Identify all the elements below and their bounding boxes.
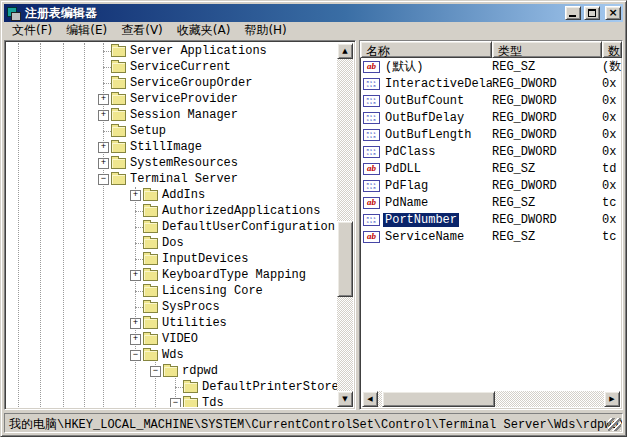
resize-grip[interactable] — [608, 418, 621, 431]
tree-item[interactable]: +AddIns — [7, 187, 337, 203]
values-pane: 名称类型数 ab(默认)REG_SZ(数011110InteractiveDel… — [359, 40, 623, 410]
expand-icon[interactable]: + — [98, 110, 109, 121]
tree-item[interactable]: −Wds — [7, 347, 337, 363]
registry-value-row[interactable]: 011110PortNumberREG_DWORD0x — [360, 211, 622, 228]
tree-item[interactable]: SysProcs — [7, 299, 337, 315]
value-name-cell: 011110OutBufDelay — [360, 111, 492, 125]
tree-item[interactable]: +KeyboardType Mapping — [7, 267, 337, 283]
collapse-icon[interactable]: − — [130, 350, 141, 361]
tree-item[interactable]: Licensing Core — [7, 283, 337, 299]
tree-item[interactable]: ServiceGroupOrder — [7, 75, 337, 91]
minimize-button[interactable] — [565, 6, 581, 20]
tree-item-label: Utilities — [162, 316, 227, 330]
tree-item[interactable]: +ServiceProvider — [7, 91, 337, 107]
tree-item-label: Wds — [162, 348, 184, 362]
folder-icon — [111, 174, 126, 185]
expand-icon[interactable]: + — [130, 270, 141, 281]
menu-item-file[interactable]: 文件(F) — [5, 21, 59, 40]
registry-value-row[interactable]: abPdDLLREG_SZtd — [360, 160, 622, 177]
folder-icon — [143, 334, 158, 345]
close-button[interactable]: × — [605, 6, 621, 20]
tree-vertical-scrollbar[interactable]: ▲ ▼ — [337, 43, 353, 407]
value-name: OutBufDelay — [383, 111, 466, 125]
column-header-data[interactable]: 数 — [602, 41, 622, 58]
tree-item[interactable]: −Terminal Server — [7, 171, 337, 187]
column-header-name[interactable]: 名称 — [360, 41, 492, 58]
tree-item[interactable]: Dos — [7, 235, 337, 251]
scroll-right-icon[interactable]: ▶ — [604, 391, 620, 407]
value-name: PortNumber — [383, 213, 459, 227]
tree-item[interactable]: AuthorizedApplications — [7, 203, 337, 219]
registry-value-row[interactable]: abServiceNameREG_SZtc — [360, 228, 622, 245]
tree-item[interactable]: +Utilities — [7, 315, 337, 331]
scroll-up-icon[interactable]: ▲ — [337, 43, 353, 59]
registry-value-row[interactable]: 011110PdClassREG_DWORD0x — [360, 143, 622, 160]
values-column-header: 名称类型数 — [360, 41, 622, 58]
tree-item[interactable]: Server Applications — [7, 43, 337, 59]
tree-item[interactable]: +StillImage — [7, 139, 337, 155]
tree-item[interactable]: DefaultUserConfiguration — [7, 219, 337, 235]
value-name: InteractiveDelay — [383, 77, 492, 91]
tree-item-label: DefaultUserConfiguration — [162, 220, 335, 234]
tree-connector — [135, 307, 143, 308]
collapse-icon[interactable]: − — [98, 174, 109, 185]
collapse-icon[interactable]: − — [170, 398, 181, 408]
value-type: REG_DWORD — [492, 94, 602, 108]
registry-value-row[interactable]: 011110InteractiveDelayREG_DWORD0x — [360, 75, 622, 92]
value-name: OutBufCount — [383, 94, 466, 108]
value-name: PdDLL — [383, 162, 423, 176]
title-bar[interactable]: 注册表编辑器 × — [4, 4, 623, 22]
menu-item-help[interactable]: 帮助(H) — [237, 21, 293, 40]
tree-item[interactable]: DefaultPrinterStore — [7, 379, 337, 395]
values-horizontal-scrollbar[interactable]: ◀ ▶ — [362, 391, 620, 407]
tree-item[interactable]: +SystemResources — [7, 155, 337, 171]
folder-icon — [143, 318, 158, 329]
tree-item[interactable]: ServiceCurrent — [7, 59, 337, 75]
registry-value-row[interactable]: 011110OutBufDelayREG_DWORD0x — [360, 109, 622, 126]
tree-item[interactable]: +VIDEO — [7, 331, 337, 347]
tree-item-label: KeyboardType Mapping — [162, 268, 306, 282]
scroll-left-icon[interactable]: ◀ — [362, 391, 378, 407]
scroll-down-icon[interactable]: ▼ — [337, 391, 353, 407]
value-name: (默认) — [383, 58, 425, 75]
tree-item[interactable]: +Session Manager — [7, 107, 337, 123]
registry-value-row[interactable]: 011110OutBufCountREG_DWORD0x — [360, 92, 622, 109]
folder-icon — [143, 206, 158, 217]
tree-connector — [103, 67, 111, 68]
expand-icon[interactable]: + — [98, 94, 109, 105]
maximize-icon — [588, 9, 596, 17]
value-type: REG_DWORD — [492, 213, 602, 227]
expand-icon[interactable]: + — [98, 142, 109, 153]
horizontal-scrollbar-thumb[interactable] — [382, 391, 495, 407]
registry-value-row[interactable]: ab(默认)REG_SZ(数 — [360, 58, 622, 75]
expand-icon[interactable]: + — [98, 158, 109, 169]
value-type: REG_SZ — [492, 230, 602, 244]
expand-icon[interactable]: + — [130, 334, 141, 345]
tree-item[interactable]: Setup — [7, 123, 337, 139]
tree-item[interactable]: −rdpwd — [7, 363, 337, 379]
tree-item-label: Licensing Core — [162, 284, 263, 298]
value-name-cell: abPdDLL — [360, 162, 492, 176]
registry-value-row[interactable]: abPdNameREG_SZtc — [360, 194, 622, 211]
expand-icon[interactable]: + — [130, 190, 141, 201]
tree-item[interactable]: InputDevices — [7, 251, 337, 267]
expand-icon[interactable]: + — [130, 318, 141, 329]
collapse-icon[interactable]: − — [150, 366, 161, 377]
column-header-type[interactable]: 类型 — [492, 41, 602, 58]
registry-value-row[interactable]: 011110OutBufLengthREG_DWORD0x — [360, 126, 622, 143]
maximize-button[interactable] — [584, 6, 600, 20]
value-type: REG_DWORD — [492, 77, 602, 91]
vertical-scrollbar-thumb[interactable] — [337, 221, 353, 297]
value-name-cell: 011110PdFlag — [360, 179, 492, 193]
folder-icon — [143, 190, 158, 201]
folder-icon — [183, 382, 198, 393]
menu-item-view[interactable]: 查看(V) — [114, 21, 170, 40]
folder-icon — [143, 254, 158, 265]
tree-item-label: DefaultPrinterStore — [202, 380, 337, 394]
value-name-cell: 011110OutBufCount — [360, 94, 492, 108]
menu-item-edit[interactable]: 编辑(E) — [59, 21, 114, 40]
registry-value-row[interactable]: 011110PdFlagREG_DWORD0x — [360, 177, 622, 194]
value-data: 0x — [602, 111, 622, 125]
menu-item-favorites[interactable]: 收藏夹(A) — [170, 21, 238, 40]
tree-item[interactable]: −Tds — [7, 395, 337, 407]
